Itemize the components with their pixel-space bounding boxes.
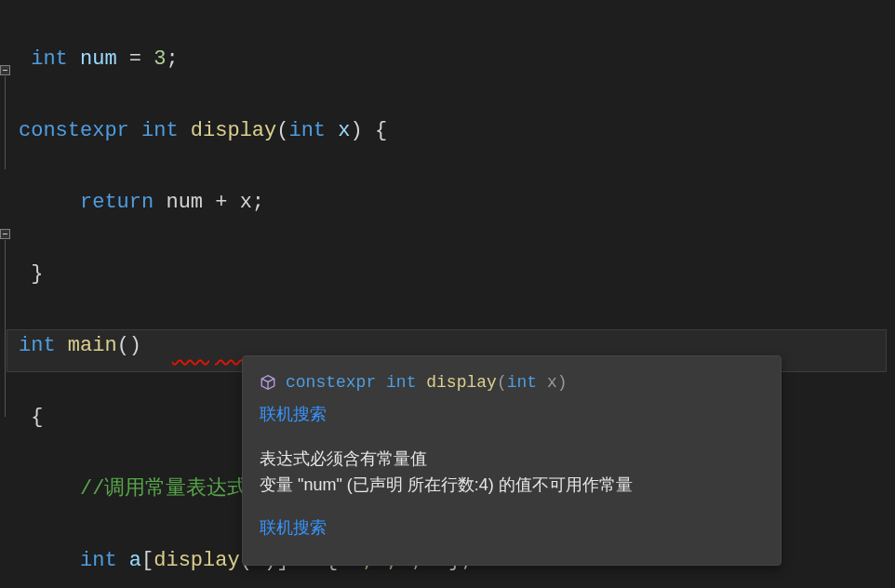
online-search-link[interactable]: 联机搜索	[260, 402, 764, 429]
code-line: int num = 3;	[13, 44, 886, 85]
cube-icon	[260, 374, 276, 391]
intellisense-tooltip: constexpr int display(int x) 联机搜索 表达式必须含…	[242, 355, 781, 566]
tooltip-error-message: 表达式必须含有常量值	[260, 446, 764, 473]
tooltip-signature: constexpr int display(int x)	[260, 369, 764, 396]
tooltip-error-detail: 变量 "num" (已声明 所在行数:4) 的值不可用作常量	[260, 472, 764, 499]
code-line: constexpr int display(int x) {	[13, 115, 886, 156]
fold-line	[5, 240, 6, 417]
fold-line	[5, 76, 6, 169]
online-search-link[interactable]: 联机搜索	[260, 515, 764, 542]
folding-gutter	[0, 0, 11, 588]
code-line: }	[13, 259, 886, 300]
fold-toggle-function[interactable]	[0, 65, 10, 75]
code-line: return num + x;	[13, 187, 886, 228]
fold-toggle-main[interactable]	[0, 229, 10, 239]
